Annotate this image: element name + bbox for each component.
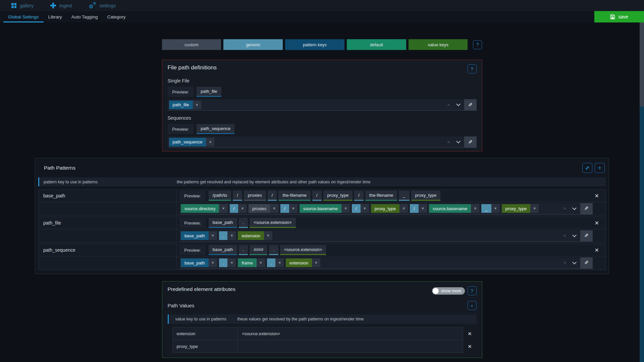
pencil-icon: ✎ [584,205,589,212]
chip-remove-icon[interactable]: × [193,101,201,109]
token-chip[interactable]: proxy_type× [371,204,408,213]
mode-button-value-keys[interactable]: value keys [409,39,468,50]
token-chip[interactable]: extension× [238,231,272,240]
mode-button-custom[interactable]: custom [162,39,221,50]
clear-icon[interactable]: × [560,260,570,265]
add-path-value-button[interactable]: + [468,301,477,310]
chip-remove-icon[interactable]: × [399,204,408,213]
pattern-token-input[interactable]: base_path×.×extension× × ✎ [179,230,593,242]
chevron-down-icon[interactable] [456,102,461,106]
token-chip[interactable]: /× [230,204,247,213]
token-chip[interactable]: path_file× [169,101,201,109]
clear-icon[interactable]: × [560,233,570,238]
token-chip[interactable]: _× [481,204,499,213]
mode-button-pattern-keys[interactable]: pattern keys [285,39,344,50]
token-chip[interactable]: source.basename× [300,204,350,213]
chip-remove-icon[interactable]: × [209,231,217,240]
chip-remove-icon[interactable]: × [227,258,236,267]
chip-remove-icon[interactable]: × [227,231,236,240]
token-chip[interactable]: base_path× [181,231,217,240]
file-path-definitions-help-button[interactable]: ? [468,64,477,73]
single-file-pattern-input[interactable]: path_file× × ✎ [168,99,477,111]
tab-global-settings[interactable]: Global Settings [3,11,44,22]
token-chip-label: extension [286,258,312,267]
value-key-cell[interactable]: extension [173,327,238,340]
token-chip[interactable]: frame× [238,258,265,267]
sequences-pattern-input[interactable]: path_sequence× × ✎ [168,136,477,148]
clear-icon[interactable]: × [443,102,453,108]
token-chip[interactable]: proxies× [249,204,278,213]
scrollbar-thumb[interactable] [640,22,644,107]
toggle-knob-icon [433,288,439,294]
value-cell[interactable]: <source.extension> [238,327,463,340]
token-chip[interactable]: .× [267,258,284,267]
nav-item-gallery[interactable]: gallery [11,3,34,8]
page-scrollbar[interactable] [640,22,644,362]
edit-button[interactable]: ✎ [580,257,593,268]
token-chip[interactable]: extension× [286,258,320,267]
token-chip[interactable]: path_sequence× [169,138,215,146]
preview-chip: proxies [244,191,266,201]
edit-button[interactable]: ✎ [580,203,593,214]
tab-category[interactable]: Category [102,11,130,22]
pattern-token-input[interactable]: base_path×.×frame×.×extension× × ✎ [179,257,593,269]
predefined-help-button[interactable]: ? [468,286,477,295]
nav-item-settings[interactable]: ⚙⚙ settings [89,3,116,9]
delete-pattern-button[interactable]: ✕ [593,192,601,199]
chip-remove-icon[interactable]: × [238,204,247,213]
save-button[interactable]: save [594,11,644,22]
nav-item-ingest[interactable]: ingest [50,3,72,8]
token-chip[interactable]: /× [280,204,298,213]
chip-remove-icon[interactable]: × [209,258,217,267]
chip-remove-icon[interactable]: × [219,204,227,213]
help-button[interactable]: ? [473,40,482,49]
token-chip[interactable]: source.directory× [181,204,228,213]
show-more-toggle[interactable]: show more [432,287,465,295]
mode-button-generic[interactable]: generic [223,39,283,50]
delete-value-button[interactable]: ✕ [463,330,477,337]
token-chip[interactable]: proxy_type× [502,204,539,213]
chip-remove-icon[interactable]: × [270,204,278,213]
chip-remove-icon[interactable]: × [312,258,320,267]
token-chip[interactable]: base_path× [181,258,217,267]
chip-remove-icon[interactable]: × [264,231,272,240]
pattern-entry-path-sequence: path_sequence Preview: base_path.####.<s… [38,244,606,270]
delete-pattern-button[interactable]: ✕ [593,247,601,254]
chip-remove-icon[interactable]: × [289,204,298,213]
chip-remove-icon[interactable]: × [341,204,350,213]
mode-button-default[interactable]: default [347,39,406,50]
chip-remove-icon[interactable]: × [530,204,539,213]
chip-remove-icon[interactable]: × [361,204,369,213]
token-chip[interactable]: .× [219,258,236,267]
token-chip[interactable]: .× [219,231,236,240]
chevron-down-icon[interactable] [456,139,461,143]
tab-library[interactable]: Library [44,11,67,22]
token-chip[interactable]: /× [352,204,369,213]
sequences-heading: Sequences [168,115,477,121]
clear-icon[interactable]: × [443,139,453,145]
edit-button[interactable]: ✎ [464,99,477,110]
chip-remove-icon[interactable]: × [275,258,284,267]
chip-remove-icon[interactable]: × [419,204,427,213]
tab-auto-tagging[interactable]: Auto Tagging [67,11,103,22]
token-chip[interactable]: /× [410,204,427,213]
token-chip[interactable]: source.basename× [429,204,479,213]
value-key-cell[interactable]: proxy_type [173,340,238,353]
pattern-token-input[interactable]: source.directory×/×proxies×/×source.base… [179,203,593,215]
chip-remove-icon[interactable]: × [206,138,214,146]
expand-button[interactable] [582,163,592,173]
chip-remove-icon[interactable]: × [491,204,500,213]
pencil-icon: ✎ [468,139,473,145]
value-cell[interactable] [238,340,463,353]
chip-remove-icon[interactable]: × [257,258,265,267]
delete-value-button[interactable]: ✕ [463,343,477,350]
clear-icon[interactable]: × [560,206,570,211]
chevron-down-icon[interactable] [572,233,577,237]
edit-button[interactable]: ✎ [580,230,593,241]
add-pattern-button[interactable]: + [595,163,605,173]
chip-remove-icon[interactable]: × [471,204,479,213]
edit-button[interactable]: ✎ [464,136,477,147]
chevron-down-icon[interactable] [572,206,577,210]
delete-pattern-button[interactable]: ✕ [593,220,601,227]
chevron-down-icon[interactable] [572,260,577,264]
